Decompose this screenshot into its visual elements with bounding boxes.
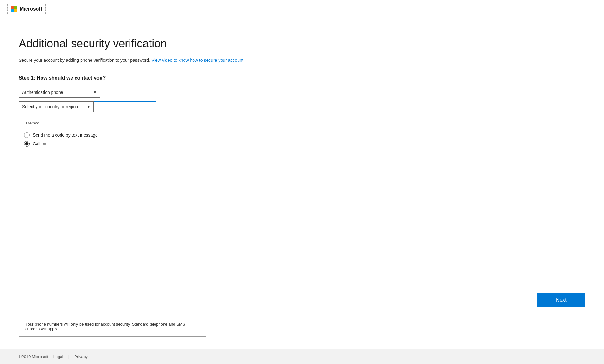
footer-copyright: ©2019 Microsoft bbox=[19, 354, 48, 359]
microsoft-wordmark: Microsoft bbox=[20, 6, 42, 12]
ms-green-square bbox=[14, 6, 17, 9]
call-me-radio-row: Call me bbox=[24, 141, 106, 147]
country-phone-row: Select your country or region United Sta… bbox=[19, 101, 281, 112]
ms-blue-square bbox=[11, 9, 14, 12]
country-select[interactable]: Select your country or region United Sta… bbox=[19, 101, 94, 112]
header: Microsoft bbox=[0, 0, 604, 18]
subtitle-text: Secure your account by adding phone veri… bbox=[19, 58, 150, 63]
step-label: Step 1: How should we contact you? bbox=[19, 75, 281, 81]
microsoft-grid-icon bbox=[11, 6, 17, 12]
ms-yellow-square bbox=[14, 9, 17, 12]
footer-legal-link[interactable]: Legal bbox=[53, 354, 63, 359]
page-title: Additional security verification bbox=[19, 37, 281, 50]
button-row: Next bbox=[0, 293, 604, 307]
phone-number-input[interactable] bbox=[94, 101, 156, 112]
subtitle: Secure your account by adding phone veri… bbox=[19, 58, 281, 63]
method-legend: Method bbox=[24, 121, 41, 125]
method-fieldset: Method Send me a code by text message Ca… bbox=[19, 121, 112, 155]
next-button[interactable]: Next bbox=[537, 293, 585, 307]
text-message-label[interactable]: Send me a code by text message bbox=[33, 133, 98, 138]
microsoft-logo: Microsoft bbox=[7, 4, 46, 14]
footer-divider: | bbox=[68, 354, 69, 359]
text-message-radio[interactable] bbox=[24, 132, 30, 138]
auth-phone-dropdown-wrapper: Authentication phone Mobile app ▼ bbox=[19, 87, 100, 98]
country-dropdown-wrapper: Select your country or region United Sta… bbox=[19, 101, 94, 112]
auth-phone-select[interactable]: Authentication phone Mobile app bbox=[19, 87, 100, 98]
main-content: Additional security verification Secure … bbox=[0, 18, 300, 293]
subtitle-link[interactable]: View video to know how to secure your ac… bbox=[151, 58, 243, 63]
text-message-radio-row: Send me a code by text message bbox=[24, 132, 106, 138]
call-me-radio[interactable] bbox=[24, 141, 30, 147]
footer: ©2019 Microsoft Legal | Privacy bbox=[0, 349, 604, 364]
footer-privacy-link[interactable]: Privacy bbox=[74, 354, 88, 359]
call-me-label[interactable]: Call me bbox=[33, 141, 47, 146]
ms-red-square bbox=[11, 6, 14, 9]
disclaimer-box: Your phone numbers will only be used for… bbox=[19, 317, 206, 337]
